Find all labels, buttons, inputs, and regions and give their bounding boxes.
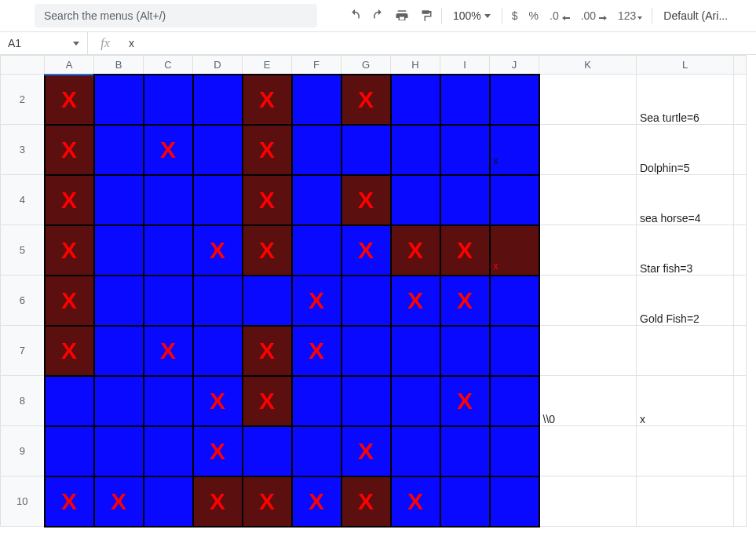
- cell[interactable]: [539, 225, 637, 276]
- cell[interactable]: X: [341, 426, 391, 476]
- row-header[interactable]: 10: [1, 476, 45, 527]
- cell[interactable]: [144, 376, 193, 426]
- cell[interactable]: [144, 175, 193, 225]
- cell[interactable]: x: [637, 376, 734, 426]
- cell[interactable]: X: [243, 225, 292, 276]
- cell[interactable]: [490, 276, 539, 326]
- cell[interactable]: [292, 376, 341, 426]
- cell[interactable]: [440, 326, 490, 376]
- redo-button[interactable]: [367, 5, 389, 27]
- cell[interactable]: [391, 75, 440, 125]
- cell[interactable]: X: [391, 476, 440, 527]
- row-header[interactable]: 5: [1, 225, 45, 276]
- cell[interactable]: X: [243, 326, 292, 376]
- cell[interactable]: [734, 75, 747, 125]
- cell[interactable]: [144, 225, 193, 276]
- cell[interactable]: [391, 376, 440, 426]
- cell[interactable]: X: [292, 326, 341, 376]
- cell[interactable]: [292, 175, 341, 225]
- cell[interactable]: [341, 326, 391, 376]
- column-header[interactable]: I: [440, 56, 490, 75]
- cell[interactable]: X: [45, 125, 94, 175]
- cell[interactable]: X: [292, 476, 341, 527]
- row-header[interactable]: 2: [1, 75, 45, 125]
- cell[interactable]: [341, 125, 391, 175]
- cell[interactable]: [734, 225, 747, 276]
- cell[interactable]: [734, 376, 747, 426]
- formula-input[interactable]: x: [122, 37, 756, 49]
- cell[interactable]: X: [243, 125, 292, 175]
- cell[interactable]: [391, 175, 440, 225]
- cell[interactable]: [637, 426, 734, 476]
- cell[interactable]: [539, 125, 637, 175]
- cell[interactable]: X: [144, 326, 193, 376]
- menu-search-input[interactable]: Search the menus (Alt+/): [35, 4, 317, 27]
- cell[interactable]: [94, 376, 144, 426]
- cell[interactable]: X: [341, 175, 391, 225]
- cell[interactable]: X: [440, 225, 490, 276]
- cell[interactable]: [734, 326, 747, 376]
- cell[interactable]: [292, 75, 341, 125]
- paint-format-button[interactable]: [415, 5, 436, 27]
- cell[interactable]: [440, 426, 490, 476]
- cell[interactable]: [440, 125, 490, 175]
- cell[interactable]: Gold Fish=2: [637, 276, 734, 326]
- cell[interactable]: [94, 276, 144, 326]
- cell[interactable]: X: [243, 476, 292, 527]
- column-header[interactable]: K: [539, 56, 637, 75]
- cell[interactable]: [94, 125, 144, 175]
- select-all-corner[interactable]: [1, 56, 45, 75]
- cell[interactable]: X: [391, 276, 440, 326]
- cell[interactable]: \\0: [539, 376, 637, 426]
- spreadsheet-grid[interactable]: A B C D E F G H I J K L 2XXXSea turtle=6…: [0, 55, 756, 528]
- cell[interactable]: X: [193, 426, 243, 476]
- cell[interactable]: [539, 326, 637, 376]
- cell[interactable]: sea horse=4: [637, 175, 734, 225]
- row-header[interactable]: 9: [1, 426, 45, 476]
- column-header[interactable]: J: [490, 56, 539, 75]
- cell[interactable]: [193, 75, 243, 125]
- cell[interactable]: X: [341, 225, 391, 276]
- column-header[interactable]: B: [94, 56, 144, 75]
- name-box[interactable]: A1: [0, 32, 88, 54]
- decrease-decimal-button[interactable]: .0: [545, 9, 575, 22]
- cell[interactable]: [94, 426, 144, 476]
- cell[interactable]: X: [45, 225, 94, 276]
- cell[interactable]: [734, 426, 747, 476]
- cell[interactable]: [734, 125, 747, 175]
- column-header[interactable]: C: [144, 56, 193, 75]
- cell[interactable]: X: [243, 175, 292, 225]
- column-header[interactable]: E: [243, 56, 292, 75]
- cell[interactable]: [440, 476, 490, 527]
- cell[interactable]: [539, 175, 637, 225]
- cell[interactable]: [94, 326, 144, 376]
- cell[interactable]: [193, 326, 243, 376]
- row-header[interactable]: 7: [1, 326, 45, 376]
- cell[interactable]: X: [341, 75, 391, 125]
- cell[interactable]: [292, 125, 341, 175]
- cell[interactable]: X: [243, 376, 292, 426]
- cell[interactable]: [243, 276, 292, 326]
- cell[interactable]: [94, 75, 144, 125]
- row-header[interactable]: 8: [1, 376, 45, 426]
- percent-format-button[interactable]: %: [524, 9, 543, 22]
- cell[interactable]: [193, 175, 243, 225]
- cell[interactable]: [539, 426, 637, 476]
- column-header[interactable]: G: [341, 56, 391, 75]
- font-picker-dropdown[interactable]: Default (Ari...: [657, 9, 734, 22]
- cell[interactable]: [734, 476, 747, 527]
- cell[interactable]: X: [45, 476, 94, 527]
- cell[interactable]: X: [440, 276, 490, 326]
- cell[interactable]: [45, 376, 94, 426]
- row-header[interactable]: 4: [1, 175, 45, 225]
- cell[interactable]: X: [45, 75, 94, 125]
- cell[interactable]: [734, 276, 747, 326]
- cell[interactable]: [490, 426, 539, 476]
- cell[interactable]: X: [193, 476, 243, 527]
- cell[interactable]: Star fish=3: [637, 225, 734, 276]
- cell[interactable]: [144, 75, 193, 125]
- cell[interactable]: [539, 276, 637, 326]
- cell[interactable]: [144, 476, 193, 527]
- cell[interactable]: [341, 276, 391, 326]
- column-header[interactable]: D: [193, 56, 243, 75]
